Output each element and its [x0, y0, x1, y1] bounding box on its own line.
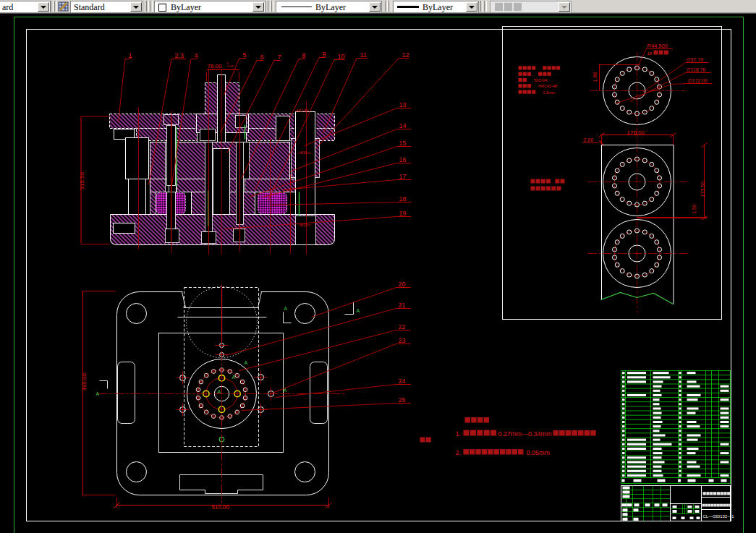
svg-text:A: A	[357, 308, 360, 313]
svg-text:22: 22	[399, 323, 406, 331]
svg-text:1.5mm: 1.5mm	[543, 90, 555, 95]
svg-text:□M12-6H: □M12-6H	[295, 109, 309, 113]
svg-text:495.00: 495.00	[81, 372, 88, 391]
svg-text:1: 1	[129, 52, 132, 59]
svg-text:A: A	[245, 360, 248, 365]
svg-text:8: 8	[302, 52, 306, 59]
svg-text:20: 20	[399, 281, 406, 288]
svg-text:-0.02: -0.02	[227, 64, 234, 68]
svg-text:23: 23	[399, 337, 406, 344]
svg-text:A: A	[218, 389, 221, 394]
svg-text:A: A	[96, 391, 100, 396]
svg-text:21: 21	[399, 302, 406, 309]
svg-text:0.27mm—0.34mm: 0.27mm—0.34mm	[498, 430, 552, 438]
svg-text:A: A	[232, 375, 236, 380]
svg-text:2.00: 2.00	[584, 137, 594, 142]
svg-text:315.50: 315.50	[79, 171, 85, 189]
svg-text:R44.500: R44.500	[647, 43, 668, 49]
svg-text:∅37.70: ∅37.70	[687, 57, 704, 62]
svg-text:9: 9	[323, 51, 326, 58]
svg-text:25: 25	[399, 396, 406, 404]
svg-text:HRC42-48: HRC42-48	[538, 84, 557, 88]
svg-text:□M16□□: □M16□□	[299, 151, 311, 155]
svg-text:24: 24	[399, 378, 406, 385]
svg-text:510.00: 510.00	[212, 504, 230, 511]
svg-text:A: A	[284, 306, 288, 311]
svg-text:1.50: 1.50	[692, 204, 697, 213]
svg-text:1.: 1.	[456, 430, 462, 438]
svg-text:16: 16	[399, 156, 407, 163]
svg-text:CL—030132—1: CL—030132—1	[703, 514, 735, 519]
svg-text:17: 17	[399, 173, 407, 180]
svg-text:∅118.70: ∅118.70	[687, 67, 706, 72]
svg-text:173.50: 173.50	[700, 182, 705, 197]
svg-text:50CrVA: 50CrVA	[534, 78, 548, 82]
svg-text:0.05mm: 0.05mm	[527, 449, 551, 456]
svg-text:13: 13	[399, 101, 407, 108]
svg-text:11: 11	[360, 51, 367, 59]
svg-text:1.98: 1.98	[593, 72, 598, 82]
svg-text:10: 10	[338, 53, 345, 60]
svg-text:7: 7	[278, 54, 281, 61]
svg-text:18: 18	[647, 51, 653, 56]
svg-text:19: 19	[399, 210, 407, 217]
svg-text:4: 4	[195, 52, 198, 59]
svg-text:2,3: 2,3	[175, 52, 184, 59]
svg-text:12: 12	[402, 51, 409, 59]
svg-text:76.00: 76.00	[208, 63, 223, 69]
svg-text:6: 6	[260, 54, 264, 61]
svg-text:5: 5	[243, 51, 247, 59]
svg-text:15: 15	[399, 140, 407, 147]
svg-text:18: 18	[399, 195, 407, 202]
svg-text:2.: 2.	[456, 449, 462, 456]
svg-text:14: 14	[399, 122, 407, 129]
svg-text:∅172.00: ∅172.00	[688, 78, 708, 83]
